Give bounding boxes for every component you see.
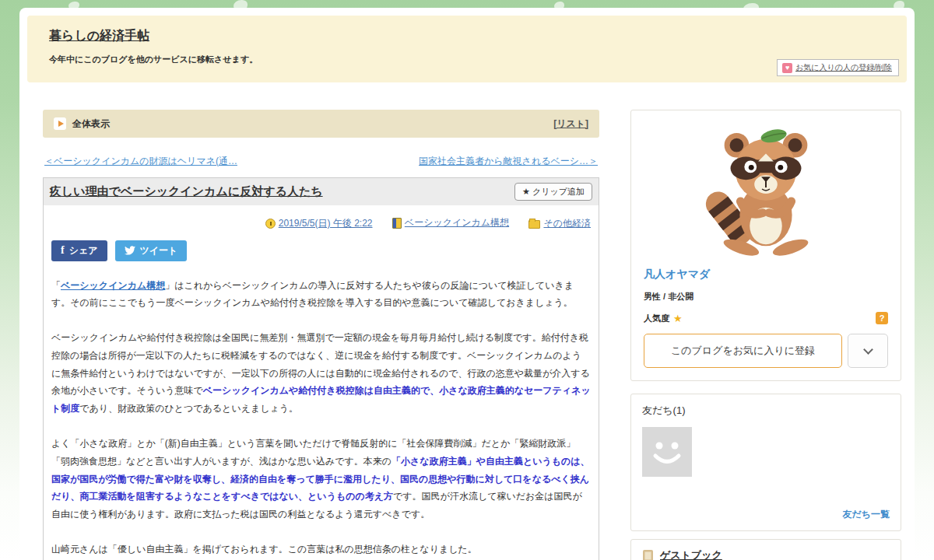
- raccoon-avatar-image: [692, 126, 840, 257]
- heart-stamp-icon: ♥: [782, 63, 792, 73]
- article-body: 「ベーシックインカム構想」はこれからベーシックインカムの導入に反対する人たちや彼…: [44, 264, 599, 560]
- clip-add-label: クリップ追加: [532, 186, 585, 198]
- profile-avatar-raccoon: [644, 121, 888, 264]
- chevron-down-icon: [863, 345, 873, 355]
- book-icon: [392, 218, 402, 229]
- blog-title-link[interactable]: 暮らしの経済手帖: [49, 28, 149, 44]
- paragraph-1: 「ベーシックインカム構想」はこれからベーシックインカムの導入に反対する人たちや彼…: [51, 277, 591, 313]
- twitter-bird-icon: [125, 246, 135, 255]
- category-secondary-item: その他経済: [528, 217, 591, 230]
- friends-box: 友だち(1) 友だち一覧: [630, 394, 901, 531]
- star-icon: ★: [673, 313, 683, 324]
- paragraph-4: 山崎元さんは「優しい自由主義」を掲げておられます。この言葉は私の思想信条の柱とな…: [51, 541, 591, 558]
- article-titlebar: 疚しい理由でベーシックインカムに反対する人たち ★ クリップ追加: [44, 178, 599, 205]
- profile-box: 凡人オヤマダ 男性 / 非公開 人気度 ★ ? このブログをお気に入りに登録: [630, 110, 901, 381]
- post-date-item: 2019/5/5(日) 午後 2:22: [265, 217, 373, 230]
- paragraph-2: ベーシックインカムや給付付き税控除は全国民に無差別・無選別で一定額の現金を毎月毎…: [51, 329, 591, 418]
- facebook-share-label: シェア: [69, 244, 98, 257]
- article-meta-row: 2019/5/5(日) 午後 2:22 ベーシックインカム構想 その他経済: [44, 205, 599, 231]
- guestbook-box: ゲストブック: [630, 539, 901, 560]
- friends-list-link[interactable]: 友だち一覧: [842, 509, 890, 520]
- blog-notice: 今年中にこのブログを他のサービスに移転させます。: [49, 54, 891, 65]
- blog-header: 暮らしの経済手帖 今年中にこのブログを他のサービスに移転させます。 ♥ お気に入…: [27, 16, 907, 82]
- help-badge[interactable]: ?: [876, 312, 888, 324]
- folder-icon: [528, 220, 540, 229]
- paragraph-1-open: 「: [51, 280, 61, 291]
- favorite-dropdown-button[interactable]: [848, 334, 888, 368]
- prev-post-link[interactable]: ＜ベーシックインカムの財源はヘリマネ(通…: [44, 155, 237, 168]
- category-primary-link[interactable]: ベーシックインカム構想: [405, 216, 509, 229]
- page-container: 暮らしの経済手帖 今年中にこのブログを他のサービスに移転させます。 ♥ お気に入…: [19, 8, 915, 560]
- twitter-tweet-label: ツイート: [140, 244, 178, 257]
- friends-title: 友だち(1): [642, 404, 890, 418]
- paragraph-3: よく「小さな政府」とか「(新)自由主義」という言葉を聞いただけで脊髄反射的に「社…: [51, 435, 591, 523]
- profile-name-link[interactable]: 凡人オヤマダ: [644, 268, 710, 282]
- post-navigation: ＜ベーシックインカムの財源はヘリマネ(通… 国家社会主義者から敵視されるベーシ……: [44, 155, 598, 168]
- favorites-manage-button[interactable]: ♥ お気に入りの人の登録/削除: [777, 59, 899, 76]
- favorite-row: このブログをお気に入りに登録: [644, 334, 888, 368]
- popularity-row: 人気度 ★ ?: [644, 312, 888, 324]
- list-link[interactable]: [リスト]: [553, 117, 588, 131]
- star-icon: ★: [522, 187, 530, 197]
- inline-category-link[interactable]: ベーシックインカム構想: [61, 280, 165, 291]
- clock-icon: [265, 219, 276, 229]
- category-secondary-link[interactable]: その他経済: [543, 217, 591, 230]
- facebook-share-button[interactable]: f シェア: [51, 240, 107, 261]
- favorites-manage-label: お気に入りの人の登録/削除: [795, 62, 892, 73]
- profile-gender: 男性 / 非公開: [644, 291, 888, 303]
- view-all-bar: 全体表示 [リスト]: [43, 110, 599, 138]
- next-post-link[interactable]: 国家社会主義者から敵視されるベーシ…＞: [419, 155, 598, 168]
- article-title-link[interactable]: 疚しい理由でベーシックインカムに反対する人たち: [50, 184, 514, 199]
- clip-add-button[interactable]: ★ クリップ追加: [514, 183, 592, 201]
- friend-avatar-thumbnail[interactable]: [642, 427, 692, 477]
- view-all-label: 全体表示: [72, 117, 110, 131]
- add-blog-favorite-button[interactable]: このブログをお気に入りに登録: [644, 334, 842, 368]
- main-column: 全体表示 [リスト] ＜ベーシックインカムの財源はヘリマネ(通… 国家社会主義者…: [43, 110, 599, 560]
- sidebar: 凡人オヤマダ 男性 / 非公開 人気度 ★ ? このブログをお気に入りに登録 友…: [630, 110, 901, 560]
- paragraph-2-text-end: であり、財政政策のひとつであるといえましょう。: [79, 403, 298, 414]
- play-icon: [54, 117, 66, 130]
- popularity-label: 人気度: [644, 313, 669, 324]
- share-row: f シェア ツイート: [44, 231, 599, 264]
- guestbook-link[interactable]: ゲストブック: [660, 548, 722, 560]
- post-date-link[interactable]: 2019/5/5(日) 午後 2:22: [279, 217, 373, 230]
- category-primary-item: ベーシックインカム構想: [392, 216, 509, 229]
- twitter-tweet-button[interactable]: ツイート: [115, 240, 188, 261]
- article-card: 疚しい理由でベーシックインカムに反対する人たち ★ クリップ追加 2019/5/…: [43, 177, 599, 560]
- facebook-icon: f: [61, 244, 65, 257]
- guestbook-icon: [642, 549, 654, 560]
